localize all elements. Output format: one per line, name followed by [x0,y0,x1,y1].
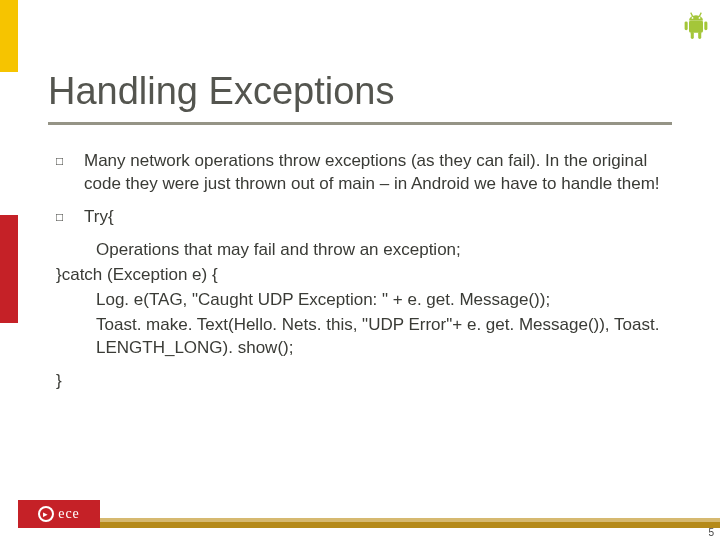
android-icon [682,10,710,42]
svg-line-6 [700,13,702,17]
code-line-log: Log. e(TAG, "Caught UDP Exception: " + e… [96,289,672,312]
bullet-marker-icon: □ [56,150,84,196]
svg-point-8 [699,17,701,19]
logo-disc-icon: ▸ [38,506,54,522]
svg-rect-0 [689,21,703,33]
bullet-marker-icon: □ [56,206,84,229]
page-number: 5 [708,527,714,538]
accent-stripe-yellow [0,0,18,72]
svg-line-5 [691,13,693,17]
code-line-toast: Toast. make. Text(Hello. Nets. this, "UD… [96,314,672,360]
bullet-item: □ Try{ [56,206,672,229]
svg-rect-1 [685,21,688,30]
logo-text: ece [58,506,80,522]
code-line-ops: Operations that may fail and throw an ex… [96,239,672,262]
slide: Handling Exceptions □ Many network opera… [0,0,720,540]
accent-stripe-red [0,215,18,323]
footer-bar [100,522,720,528]
svg-rect-2 [704,21,707,30]
bullet-text: Many network operations throw exceptions… [84,150,672,196]
slide-title: Handling Exceptions [48,70,394,113]
svg-point-7 [692,17,694,19]
code-line-close: } [56,370,672,393]
svg-rect-4 [698,32,701,39]
title-underline [48,122,672,125]
footer-logo: ▸ ece [18,500,100,528]
bullet-item: □ Many network operations throw exceptio… [56,150,672,196]
slide-body: □ Many network operations throw exceptio… [56,150,672,394]
code-line-catch: }catch (Exception e) { [56,264,672,287]
svg-rect-3 [691,32,694,39]
bullet-text: Try{ [84,206,672,229]
